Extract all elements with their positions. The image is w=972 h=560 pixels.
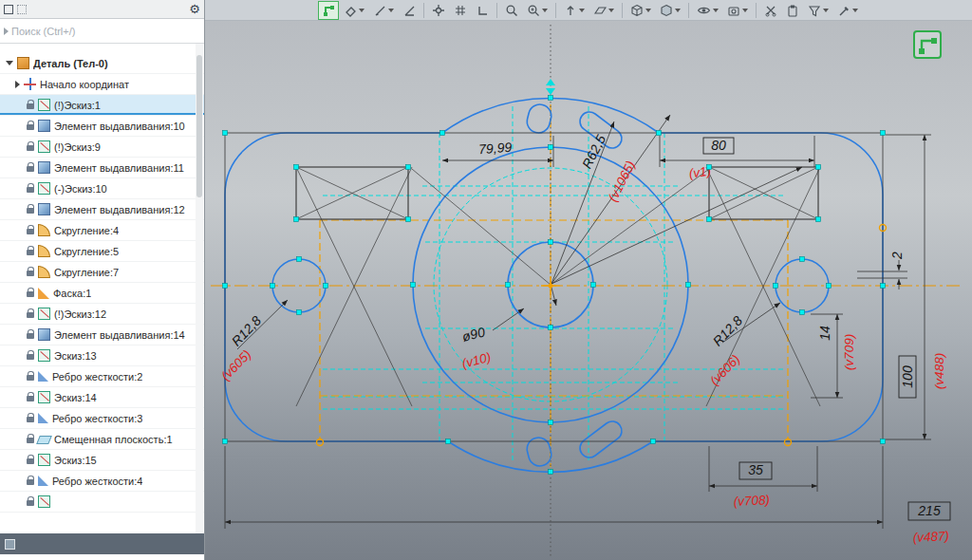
bottom-panel-header[interactable] (0, 533, 204, 554)
collapse-icon[interactable] (6, 61, 13, 65)
tree-item-fillet5[interactable]: Скругление:5 (0, 241, 204, 262)
tree-item-part[interactable]: Деталь (Тел-0) (0, 53, 204, 74)
tree-item-extrude14[interactable]: Элемент выдавливания:14 (0, 325, 204, 345)
visibility-eye-button[interactable] (693, 1, 722, 20)
dropdown-arrow-icon[interactable] (542, 9, 548, 12)
zoom-button[interactable] (501, 1, 522, 20)
settings-gear-icon[interactable]: ⚙ (189, 3, 200, 15)
lock-icon (27, 438, 34, 443)
variable-labels[interactable]: (v1065) (v1) (v605) (v10) (v606) (v709) … (218, 159, 949, 545)
sketch-mode-button[interactable] (318, 1, 339, 20)
angle-button[interactable] (399, 1, 420, 20)
pen-style-button[interactable] (369, 1, 398, 20)
sketch-canvas[interactable]: 79,99 80 R62,5 R12,8 ø90 R12,8 2 14 100 … (205, 21, 972, 560)
grid-button[interactable] (450, 1, 471, 20)
tree-item-rib3[interactable]: Ребро жесткости:3 (0, 408, 204, 429)
extrude-icon (38, 328, 50, 341)
tree-item-sketch9[interactable]: (!)Эскиз:9 (0, 137, 204, 158)
dimension-lines[interactable] (225, 115, 931, 529)
tree-item-origin[interactable]: Начало координат (0, 74, 204, 95)
var-v708[interactable]: (v708) (733, 493, 770, 509)
search-input[interactable] (11, 26, 200, 37)
dim-215[interactable]: 215 (917, 503, 941, 518)
plane-view-button[interactable] (589, 1, 618, 20)
var-v605[interactable]: (v605) (218, 347, 253, 383)
feature-tree: Деталь (Тел-0) Начало координат (!)Эскиз… (0, 44, 204, 513)
tree-item-sketch10[interactable]: (-)Эскиз:10 (0, 178, 204, 199)
dim-14[interactable]: 14 (817, 326, 832, 341)
sketch-icon (38, 182, 50, 195)
tree-item-partial[interactable] (0, 492, 204, 513)
dropdown-arrow-icon[interactable] (713, 9, 719, 12)
selection-handles[interactable] (223, 96, 886, 475)
tree-scrollbar[interactable] (196, 44, 203, 533)
tree-item-extrude11[interactable]: Элемент выдавливания:11 (0, 158, 204, 178)
dim-dia90[interactable]: ø90 (460, 324, 486, 344)
dropdown-arrow-icon[interactable] (852, 9, 858, 12)
tree-item-rib2[interactable]: Ребро жесткости:2 (0, 366, 204, 387)
dropdown-arrow-icon[interactable] (823, 9, 829, 12)
dim-80[interactable]: 80 (711, 138, 726, 153)
dropdown-arrow-icon[interactable] (645, 9, 651, 12)
tree-item-chamfer1[interactable]: Фаска:1 (0, 283, 204, 304)
tree-item-sketch12[interactable]: (!)Эскиз:12 (0, 304, 204, 325)
lock-icon (27, 375, 34, 381)
zoom-area-button[interactable] (523, 1, 551, 20)
rib-icon (38, 476, 48, 486)
tree-item-offset-plane1[interactable]: Смещенная плоскость:1 (0, 429, 204, 450)
dim-2[interactable]: 2 (889, 252, 905, 260)
eraser-button[interactable] (340, 1, 368, 20)
var-v488[interactable]: (v488) (932, 353, 946, 389)
filter-button[interactable] (804, 1, 832, 20)
dim-100[interactable]: 100 (900, 365, 915, 388)
picker-button[interactable] (833, 1, 862, 20)
tree-item-extrude12[interactable]: Элемент выдавливания:12 (0, 199, 204, 220)
tree-item-sketch14[interactable]: Эскиз:14 (0, 387, 204, 408)
expand-icon[interactable] (15, 81, 20, 88)
dropdown-arrow-icon[interactable] (675, 9, 681, 12)
tree-item-rib4[interactable]: Ребро жесткости:4 (0, 471, 204, 492)
graphics-viewport[interactable]: 79,99 80 R62,5 R12,8 ø90 R12,8 2 14 100 … (205, 0, 972, 560)
fillet-icon (38, 245, 50, 257)
corner-axes-button[interactable] (472, 1, 493, 20)
scrollbar-thumb[interactable] (196, 55, 202, 197)
lock-icon (27, 250, 34, 255)
lock-icon (27, 396, 34, 401)
tree-item-fillet4[interactable]: Скругление:4 (0, 220, 204, 241)
dropdown-arrow-icon[interactable] (742, 9, 748, 12)
sketch-mode-indicator[interactable] (913, 30, 942, 59)
chevron-right-icon[interactable] (4, 28, 9, 35)
tree-item-sketch1[interactable]: (!)Эскиз:1 (0, 95, 204, 116)
plane-icon (36, 436, 52, 444)
var-v487[interactable]: (v487) (912, 529, 949, 545)
iso-cube-button[interactable] (626, 1, 655, 20)
camera-button[interactable] (723, 1, 752, 20)
pocket-rectangles[interactable] (296, 167, 818, 219)
top-handle-icon[interactable] (546, 79, 555, 95)
display-cube-button[interactable] (656, 1, 684, 20)
cut-section-button[interactable] (760, 1, 781, 20)
clipboard-button[interactable] (782, 1, 803, 20)
tree-item-fillet7[interactable]: Скругление:7 (0, 262, 204, 283)
lock-icon (27, 103, 34, 109)
orient-button[interactable] (560, 1, 589, 20)
dropdown-arrow-icon[interactable] (579, 9, 585, 12)
dropdown-arrow-icon[interactable] (608, 9, 614, 12)
lock-icon (27, 417, 34, 422)
dropdown-arrow-icon[interactable] (388, 9, 394, 12)
construction-cyan[interactable] (323, 106, 786, 463)
tree-item-sketch15[interactable]: Эскиз:15 (0, 450, 204, 471)
snap-button[interactable] (428, 1, 449, 20)
dim-r12-8-left[interactable]: R12,8 (229, 312, 265, 348)
var-v1065[interactable]: (v1065) (606, 159, 638, 204)
dim-79-99[interactable]: 79,99 (478, 140, 513, 157)
dim-35[interactable]: 35 (748, 462, 763, 477)
tree-item-extrude10[interactable]: Элемент выдавливания:10 (0, 116, 204, 137)
tree-item-sketch13[interactable]: Эскиз:13 (0, 345, 204, 366)
dropdown-arrow-icon[interactable] (359, 9, 364, 12)
var-v606[interactable]: (v606) (707, 352, 742, 388)
var-v709[interactable]: (v709) (842, 334, 856, 370)
panel-layout-icon[interactable] (17, 5, 27, 14)
var-v10[interactable]: (v10) (460, 350, 492, 371)
panel-view-icon[interactable] (4, 5, 13, 14)
